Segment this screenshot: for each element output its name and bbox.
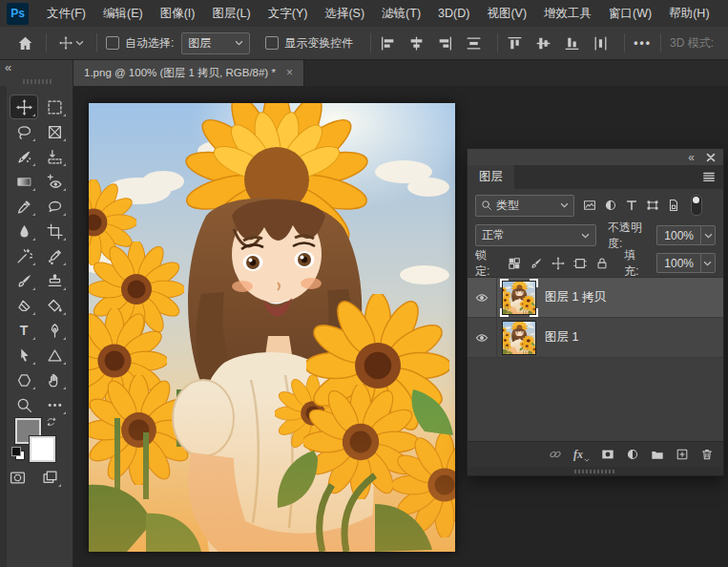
fill-control[interactable]: 100% [656, 253, 716, 273]
type-filter-icon[interactable] [625, 199, 638, 212]
adjustment-layer-icon[interactable] [626, 448, 639, 461]
opacity-dropdown-button[interactable] [700, 225, 716, 245]
menu-file[interactable]: 文件(F) [38, 0, 94, 27]
lock-position-icon[interactable] [551, 257, 565, 270]
smart-object-filter-icon[interactable] [667, 199, 680, 212]
tool-zoom[interactable] [10, 393, 37, 416]
layer-row-original[interactable]: 图层 1 [468, 318, 723, 358]
tool-hand[interactable] [41, 368, 68, 391]
align-center-h-icon[interactable] [408, 35, 425, 52]
layer-style-icon[interactable]: fx [573, 448, 590, 462]
tool-move[interactable] [10, 95, 37, 118]
tool-spot-healing-brush[interactable] [10, 145, 37, 168]
tool-frame[interactable] [41, 120, 68, 143]
tool-rectangular-marquee[interactable] [41, 95, 68, 118]
fill-dropdown-button[interactable] [700, 253, 716, 273]
tool-pen[interactable] [41, 319, 68, 342]
menu-view[interactable]: 视图(V) [478, 0, 535, 27]
layer-name[interactable]: 图层 1 拷贝 [545, 289, 606, 305]
show-transform-checkbox[interactable]: 显示变换控件 [265, 35, 353, 52]
tool-notes[interactable] [41, 195, 68, 218]
collapse-tools-button[interactable]: « [5, 61, 11, 74]
default-colors-icon[interactable] [11, 447, 25, 460]
align-right-icon[interactable] [437, 35, 453, 52]
menu-3d[interactable]: 3D(D) [429, 0, 478, 27]
visibility-toggle[interactable] [468, 278, 497, 317]
tool-path-select[interactable] [10, 344, 37, 367]
filter-type-dropdown[interactable]: 类型 [475, 195, 574, 217]
delete-layer-icon[interactable] [700, 448, 714, 461]
panel-menu-icon[interactable] [702, 170, 716, 183]
tool-gradient[interactable] [10, 170, 37, 193]
auto-select-target-dropdown[interactable]: 图层 [181, 32, 250, 54]
tool-red-eye[interactable] [41, 170, 68, 193]
tool-magic-wand[interactable] [10, 244, 37, 267]
more-options-button[interactable]: ••• [634, 36, 652, 50]
tool-eraser[interactable] [10, 294, 37, 317]
align-bottom-icon[interactable] [564, 35, 580, 52]
menu-image[interactable]: 图像(I) [152, 0, 204, 27]
tool-triangle-shape[interactable] [41, 344, 68, 367]
align-top-icon[interactable] [507, 35, 523, 52]
new-group-icon[interactable] [651, 448, 664, 461]
menu-select[interactable]: 选择(S) [316, 0, 373, 27]
distribute-center-v-icon[interactable] [593, 35, 609, 52]
tab-layers[interactable]: 图层 [468, 165, 514, 189]
document-tab[interactable]: 1.png @ 100% (图层 1 拷贝, RGB/8#) * × [73, 59, 304, 86]
toolbar-grip[interactable] [23, 79, 52, 84]
tool-lasso[interactable] [10, 120, 37, 143]
tool-content-aware-move[interactable] [41, 145, 68, 168]
align-left-icon[interactable] [380, 35, 396, 52]
link-layers-icon[interactable] [549, 448, 562, 461]
document-canvas[interactable] [89, 103, 455, 552]
move-tool-preset-button[interactable] [55, 34, 88, 52]
layer-row-copy[interactable]: 图层 1 拷贝 [468, 278, 723, 318]
menu-layer[interactable]: 图层(L) [203, 0, 259, 27]
layer-thumbnail[interactable] [503, 322, 535, 354]
filter-switch[interactable] [691, 195, 702, 216]
tool-blur[interactable] [10, 220, 37, 242]
menu-window[interactable]: 窗口(W) [600, 0, 660, 27]
shape-filter-icon[interactable] [646, 199, 659, 212]
lock-artboard-icon[interactable] [573, 257, 587, 270]
menu-edit[interactable]: 编辑(E) [94, 0, 152, 27]
background-color-swatch[interactable] [30, 436, 55, 462]
lock-all-icon[interactable] [595, 257, 609, 270]
panel-collapse-button[interactable]: « [688, 152, 695, 163]
lock-pixels-icon[interactable] [530, 257, 543, 270]
quick-mask-button[interactable] [4, 466, 31, 489]
opacity-control[interactable]: 100% [656, 225, 716, 245]
tool-brush[interactable] [10, 269, 37, 292]
tool-type[interactable]: T [10, 319, 37, 342]
adjustment-filter-icon[interactable] [604, 199, 617, 212]
tool-crop[interactable] [41, 220, 68, 242]
tab-close-button[interactable]: × [284, 66, 295, 79]
menu-plugins[interactable]: 增效工具 [535, 0, 600, 27]
blend-mode-dropdown[interactable]: 正常 [475, 224, 596, 246]
swap-colors-icon[interactable] [46, 416, 57, 428]
layer-name[interactable]: 图层 1 [545, 329, 578, 346]
panel-resize-handle[interactable] [468, 467, 723, 475]
distribute-center-h-icon[interactable] [466, 35, 482, 52]
auto-select-checkbox[interactable]: 自动选择: [106, 35, 174, 52]
tool-polygon-shape[interactable] [10, 368, 37, 391]
visibility-toggle[interactable] [468, 318, 497, 357]
panel-close-icon[interactable] [706, 153, 716, 162]
home-button[interactable] [13, 33, 37, 53]
layer-thumbnail[interactable] [503, 282, 535, 314]
tool-color-sampler[interactable] [41, 244, 68, 267]
menu-filter[interactable]: 滤镜(T) [373, 0, 429, 27]
align-center-v-icon[interactable] [535, 35, 551, 52]
menu-type[interactable]: 文字(Y) [260, 0, 317, 27]
opacity-value[interactable]: 100% [656, 225, 700, 245]
add-mask-icon[interactable] [601, 448, 614, 461]
tool-eyedropper[interactable] [10, 195, 37, 218]
tool-edit-toolbar[interactable] [41, 393, 68, 416]
screen-mode-button[interactable] [36, 466, 63, 489]
tool-paint-bucket[interactable] [41, 294, 68, 317]
tool-clone-stamp[interactable] [41, 269, 68, 292]
lock-transparency-icon[interactable] [508, 257, 521, 270]
new-layer-icon[interactable] [676, 448, 689, 461]
fill-value[interactable]: 100% [656, 253, 700, 273]
pixel-filter-icon[interactable] [583, 199, 596, 212]
